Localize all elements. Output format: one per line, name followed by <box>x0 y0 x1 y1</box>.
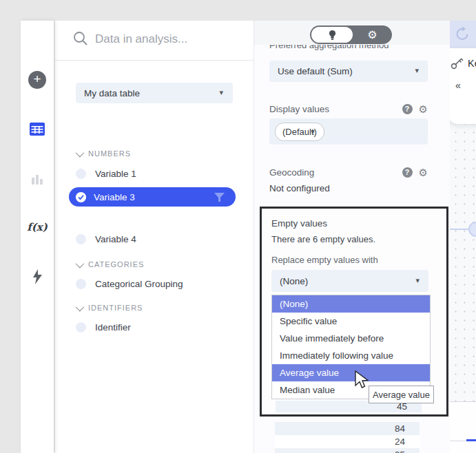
add-data-button[interactable]: + <box>21 71 54 89</box>
gear-icon[interactable]: ⚙ <box>419 104 428 114</box>
check-circle-icon <box>75 191 87 203</box>
option-specific-value[interactable]: Specific value <box>272 313 430 330</box>
panel-mode-toggle[interactable]: ⚙ <box>310 25 392 44</box>
replace-empty-values-option-list: (None) Specific value Value immediately … <box>271 295 431 399</box>
filter-funnel-icon[interactable] <box>214 193 225 202</box>
option-average-value[interactable]: Average value <box>272 364 430 381</box>
column-item-variable-1[interactable]: Variable 1 <box>76 167 136 180</box>
average-value-tooltip: Average value <box>369 386 434 403</box>
mouse-cursor <box>355 370 370 391</box>
recommendations-toggle-segment[interactable] <box>311 27 353 43</box>
column-item-variable-4[interactable]: Variable 4 <box>76 233 136 245</box>
caret-down-icon: ▾ <box>311 127 315 136</box>
option-value-immediately-before[interactable]: Value immediately before <box>272 330 430 347</box>
geocoding-status: Not configured <box>269 183 330 193</box>
key-row[interactable]: Ke <box>451 56 476 70</box>
sidebar-tab-data-table[interactable] <box>21 121 54 136</box>
fx-icon: f(x) <box>27 221 48 233</box>
canvas-edge-zone: Ke « <box>449 21 476 453</box>
chevron-down-icon <box>76 148 85 157</box>
settings-toggle-segment[interactable]: ⚙ <box>353 25 392 44</box>
column-bullet <box>76 169 86 179</box>
column-label: Variable 3 <box>94 192 135 202</box>
column-label: Variable 1 <box>95 169 136 179</box>
option-immediately-following-value[interactable]: Immediately following value <box>272 347 430 364</box>
display-values-field: (Default) ▾ <box>269 118 428 145</box>
sidebar-tab-actions[interactable] <box>21 269 54 284</box>
search-bar[interactable]: Data in analysis... <box>55 21 253 60</box>
lightbulb-icon <box>329 30 336 41</box>
group-header-categories[interactable]: CATEGORIES <box>76 259 144 270</box>
geocoding-label: Geocoding <box>269 167 402 178</box>
data-table-selector-value: My data table <box>84 88 140 98</box>
group-label: IDENTIFIERS <box>88 304 143 312</box>
aggregation-dropdown[interactable]: Use default (Sum) ▾ <box>269 61 428 82</box>
search-icon <box>73 31 88 46</box>
sidebar-tab-functions[interactable]: f(x) <box>21 220 54 235</box>
sidebar-tab-visualizations[interactable] <box>21 171 54 185</box>
panel-top-strip: ⚙ <box>254 21 450 45</box>
collapse-panel-button[interactable]: « <box>455 80 461 91</box>
lightning-icon <box>32 269 43 284</box>
data-table-selector[interactable]: My data table ▾ <box>76 83 233 103</box>
option-none[interactable]: (None) <box>272 295 430 313</box>
gear-icon: ⚙ <box>367 28 377 41</box>
chevron-down-icon <box>76 259 85 268</box>
column-bullet <box>76 234 86 244</box>
group-header-identifiers[interactable]: IDENTIFIERS <box>76 302 143 313</box>
table-row: 84 <box>275 422 420 435</box>
column-label: Categorical Grouping <box>95 279 183 289</box>
refresh-icon[interactable] <box>454 25 471 43</box>
column-label: Identifier <box>95 322 131 333</box>
chevron-down-icon <box>76 302 85 311</box>
column-properties-panel: Preferred aggregation method ⚙ Use defau… <box>253 21 450 453</box>
column-item-categorical-grouping[interactable]: Categorical Grouping <box>76 277 183 290</box>
column-label: Variable 4 <box>95 234 136 244</box>
data-table-icon <box>30 123 45 136</box>
caret-down-icon: ▾ <box>415 276 420 285</box>
data-in-analysis-panel: Data in analysis... My data table ▾ NUMB… <box>55 21 253 453</box>
display-values-pill-dropdown[interactable]: (Default) ▾ <box>275 123 324 141</box>
aggregation-value: Use default (Sum) <box>278 66 353 76</box>
column-bullet <box>76 322 86 333</box>
display-values-row: Display values ? ⚙ <box>269 103 428 114</box>
sparkline-segment <box>466 439 476 441</box>
replace-empty-values-label: Replace empty values with <box>271 255 378 265</box>
table-corner <box>449 402 476 453</box>
gear-icon[interactable]: ⚙ <box>419 167 428 178</box>
table-row: 35 <box>275 448 420 453</box>
caret-down-icon: ▾ <box>219 88 223 97</box>
connector-line <box>449 229 470 230</box>
search-input[interactable]: Data in analysis... <box>95 32 187 46</box>
table-row: 24 <box>275 435 420 448</box>
replace-empty-values-dropdown[interactable]: (None) ▾ <box>271 270 428 292</box>
help-icon[interactable]: ? <box>402 104 413 114</box>
bar-chart-icon <box>31 172 43 185</box>
replace-dropdown-value: (None) <box>280 276 308 286</box>
caret-down-icon: ▾ <box>415 66 419 75</box>
divider <box>55 60 253 61</box>
column-item-identifier[interactable]: Identifier <box>76 321 131 333</box>
column-item-variable-3-selected[interactable]: Variable 3 <box>69 187 236 207</box>
column-bullet <box>76 279 86 289</box>
key-icon <box>451 56 464 70</box>
key-label: Ke <box>468 58 476 69</box>
empty-values-summary: There are 6 empty values. <box>271 234 375 244</box>
group-label: NUMBERS <box>88 149 131 158</box>
display-values-label: Display values <box>269 104 402 114</box>
group-label: CATEGORIES <box>88 260 144 268</box>
help-icon[interactable]: ? <box>402 167 413 178</box>
geocoding-row: Geocoding ? ⚙ <box>269 167 428 178</box>
plus-icon: + <box>28 71 46 89</box>
toolbar-highlight-band <box>449 21 476 48</box>
left-icon-rail: + f(x) <box>21 21 54 453</box>
group-header-numbers[interactable]: NUMBERS <box>76 148 131 159</box>
empty-values-title: Empty values <box>271 218 327 229</box>
